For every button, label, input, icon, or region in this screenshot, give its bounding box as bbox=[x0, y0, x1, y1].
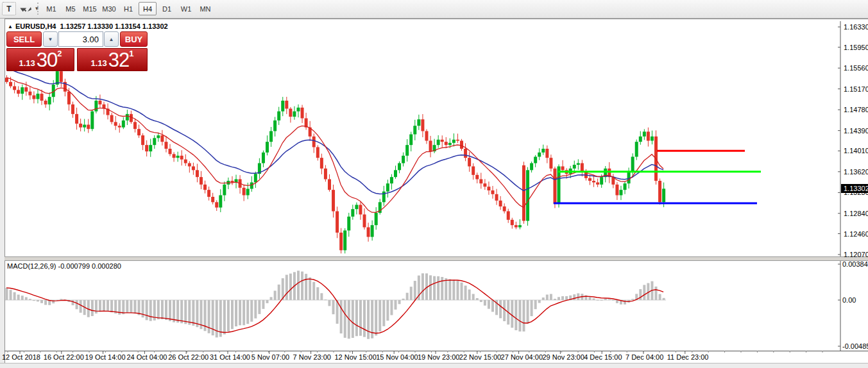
candle-body bbox=[83, 125, 86, 128]
price-axis-label: 1.12460 bbox=[844, 230, 868, 238]
candle-body bbox=[472, 167, 475, 175]
macd-histogram-bar bbox=[561, 296, 564, 300]
macd-histogram-bar bbox=[10, 290, 12, 300]
candle-body bbox=[126, 114, 129, 121]
price-axis-label: 1.12840 bbox=[844, 210, 868, 217]
candle-body bbox=[266, 142, 269, 153]
candle-body bbox=[9, 82, 12, 87]
macd-histogram-bar bbox=[6, 288, 8, 300]
macd-histogram-bar bbox=[243, 300, 245, 325]
macd-histogram-bar bbox=[192, 300, 194, 326]
sell-button[interactable]: SELL bbox=[6, 31, 42, 47]
buy-price-tile[interactable]: 1.13 32 1 bbox=[77, 48, 148, 71]
candle-body bbox=[246, 189, 250, 196]
macd-histogram-bar bbox=[122, 300, 124, 314]
macd-histogram-bar bbox=[550, 294, 552, 300]
buy-button[interactable]: BUY bbox=[120, 31, 148, 47]
mt4-window: T ▼ M1M5M15M30H1H4D1W1MN ▲EURUSD,H4 1.13… bbox=[0, 0, 868, 368]
volume-decrement-button[interactable]: ▼ bbox=[43, 31, 58, 47]
time-axis-label: 7 Nov 23:00 bbox=[293, 353, 331, 361]
macd-histogram-bar bbox=[21, 296, 24, 300]
macd-histogram-bar bbox=[534, 300, 537, 309]
macd-histogram-bar bbox=[133, 300, 136, 314]
candle-body bbox=[526, 170, 529, 221]
candle-body bbox=[339, 233, 343, 251]
symbol-label: EURUSD,H4 bbox=[15, 22, 56, 30]
volume-increment-button[interactable]: ▲ bbox=[104, 31, 119, 47]
candle-body bbox=[297, 108, 300, 112]
macd-histogram-bar bbox=[285, 275, 288, 300]
candle-body bbox=[188, 163, 191, 167]
macd-histogram-bar bbox=[379, 300, 381, 331]
candle-body bbox=[425, 131, 428, 141]
macd-histogram-bar bbox=[169, 300, 171, 321]
macd-axis-label: 0.003847 bbox=[842, 260, 868, 268]
macd-histogram-bar bbox=[600, 300, 603, 301]
macd-histogram-bar bbox=[250, 300, 253, 322]
candle-body bbox=[658, 181, 661, 202]
candle-body bbox=[219, 196, 222, 208]
macd-histogram-bar bbox=[266, 300, 269, 303]
macd-histogram-bar bbox=[25, 297, 28, 300]
candle-body bbox=[243, 188, 246, 196]
candle-body bbox=[48, 97, 51, 105]
macd-histogram-bar bbox=[631, 299, 634, 300]
candle-body bbox=[347, 217, 350, 231]
buy-price-pipette: 1 bbox=[129, 49, 133, 58]
macd-histogram-bar bbox=[382, 300, 385, 326]
candle-body bbox=[647, 131, 650, 140]
candle-body bbox=[464, 149, 467, 158]
macd-histogram-bar bbox=[106, 300, 109, 311]
expand-triangle-icon[interactable]: ▲ bbox=[8, 24, 13, 29]
candle-body bbox=[192, 167, 195, 171]
buy-price-prefix: 1.13 bbox=[90, 57, 106, 70]
candle-body bbox=[479, 180, 482, 184]
candle-body bbox=[386, 183, 389, 192]
candle-body bbox=[118, 126, 121, 128]
candle-body bbox=[394, 170, 397, 177]
macd-histogram-bar bbox=[223, 300, 226, 335]
macd-histogram-bar bbox=[324, 299, 327, 300]
macd-histogram-bar bbox=[367, 300, 370, 339]
macd-histogram-bar bbox=[398, 300, 401, 304]
price-axis-label: 1.12070 bbox=[844, 251, 868, 258]
candle-body bbox=[534, 157, 537, 163]
panel-divider[interactable] bbox=[4, 256, 868, 261]
macd-histogram-bar bbox=[328, 300, 330, 306]
macd-histogram-bar bbox=[433, 276, 436, 300]
candle-body bbox=[254, 174, 257, 182]
volume-input[interactable] bbox=[58, 31, 103, 47]
price-axis-label: 1.16330 bbox=[844, 23, 868, 31]
candle-body bbox=[289, 109, 292, 117]
candle-body bbox=[262, 153, 265, 163]
macd-histogram-bar bbox=[643, 285, 645, 300]
macd-histogram-bar bbox=[157, 300, 160, 319]
macd-histogram-bar bbox=[99, 300, 101, 312]
macd-histogram-bar bbox=[390, 300, 393, 315]
macd-histogram-bar bbox=[305, 274, 307, 300]
time-axis-label: 16 Oct 22:00 bbox=[44, 353, 84, 361]
candle-body bbox=[545, 149, 549, 158]
candle-body bbox=[332, 190, 335, 211]
candle-body bbox=[445, 142, 448, 145]
candle-body bbox=[592, 181, 595, 183]
macd-histogram-bar bbox=[110, 300, 113, 312]
current-price-badge: 1.13302 bbox=[841, 184, 868, 193]
candle-body bbox=[662, 188, 665, 202]
macd-histogram-bar bbox=[511, 300, 513, 328]
candle-body bbox=[615, 185, 618, 196]
candle-body bbox=[137, 129, 140, 135]
macd-histogram-bar bbox=[173, 300, 175, 322]
macd-histogram-bar bbox=[258, 300, 260, 314]
macd-histogram-bar bbox=[584, 295, 587, 300]
candle-body bbox=[94, 101, 98, 112]
candle-body bbox=[448, 143, 452, 145]
candle-body bbox=[456, 140, 459, 141]
candle-body bbox=[110, 115, 114, 122]
candle-body bbox=[624, 183, 627, 190]
macd-histogram-bar bbox=[456, 280, 459, 300]
sell-price-tile[interactable]: 1.13 30 2 bbox=[6, 48, 74, 71]
candle-body bbox=[164, 142, 167, 149]
macd-histogram-bar bbox=[316, 287, 319, 300]
macd-histogram-bar bbox=[355, 300, 358, 336]
